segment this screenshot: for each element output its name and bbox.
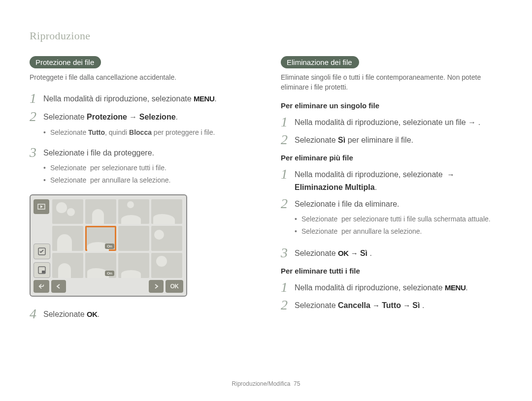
step-number: 4 [30, 307, 43, 322]
multi-step-1: 1 Nella modalità di riproduzione, selezi… [281, 167, 502, 193]
thumbnail [118, 226, 149, 251]
thumbnail [118, 199, 149, 224]
single-step-2: 2 Selezionate Sì per eliminare il file. [281, 132, 502, 148]
page-footer: Riproduzione/Modifica 75 [0, 380, 532, 387]
step-text: Nella modalità di riproduzione, selezion… [43, 94, 194, 103]
sub-heading-multi: Per eliminare più file [281, 154, 502, 162]
thumbnail [52, 199, 83, 224]
multi-step-3: 3 Selezionate OK → Sì . [281, 246, 502, 261]
bullet: Selezionate Tutto, quindi Blocca per pro… [43, 127, 251, 138]
thumbnail [151, 226, 182, 251]
single-step-1: 1 Nella modalità di riproduzione, selezi… [281, 115, 502, 130]
section-badge-delete: Eliminazione dei file [281, 56, 359, 68]
all-step-1: 1 Nella modalità di riproduzione, selezi… [281, 280, 502, 295]
thumbnail [118, 253, 149, 278]
section-desc-delete: Eliminate singoli file o tutti i file co… [281, 72, 502, 93]
on-badge: On [105, 271, 114, 276]
deselect-all-button [33, 262, 50, 278]
menu-icon: MENU [445, 283, 466, 292]
step-number: 1 [30, 91, 43, 106]
bullet: Selezionate per selezionare tutti i file… [295, 214, 502, 226]
bullet: Selezionate per annullare la selezione. [295, 226, 502, 239]
on-badge: On [105, 244, 114, 249]
sub-heading-all: Per eliminare tutti i file [281, 267, 502, 275]
step-2-bullets: Selezionate Tutto, quindi Blocca per pro… [43, 127, 251, 138]
thumbnail [85, 199, 116, 224]
sub-heading-single: Per eliminare un singolo file [281, 101, 502, 110]
next-button [149, 280, 164, 293]
prev-button [51, 280, 66, 293]
lcd-screenshot: On On OK [30, 194, 187, 297]
left-column: Protezione dei file Proteggete i file da… [30, 56, 251, 325]
step-4: 4 Selezionate OK. [30, 307, 251, 322]
select-all-button [33, 244, 50, 259]
multi-step-2-bullets: Selezionate per selezionare tutti i file… [295, 214, 502, 238]
multi-step-2: 2 Selezionate i file da eliminare. [281, 196, 502, 212]
step-1: 1 Nella modalità di riproduzione, selezi… [30, 91, 251, 106]
thumbnail [52, 253, 83, 278]
step-3: 3 Selezionate i file da proteggere. [30, 145, 251, 160]
ok-icon: OK [87, 310, 98, 318]
svg-rect-6 [42, 271, 45, 273]
thumbnail [151, 199, 182, 224]
all-step-2: 2 Selezionate Cancella → Tutto → Sì . [281, 298, 502, 313]
page-title: Riproduzione [30, 30, 502, 42]
thumbnail [151, 253, 182, 278]
ok-icon: OK [338, 249, 349, 257]
step-3-bullets: Selezionate per selezionare tutti i file… [43, 163, 251, 187]
thumbnail [52, 226, 83, 251]
thumbnail-selected: On [85, 226, 116, 251]
section-desc-protect: Proteggete i file dalla cancellazione ac… [30, 72, 251, 82]
section-badge-protect: Protezione dei file [30, 56, 101, 68]
play-mode-icon [33, 199, 49, 214]
ok-button: OK [166, 280, 183, 293]
bullet: Selezionate per selezionare tutti i file… [43, 163, 251, 175]
step-number: 2 [30, 109, 43, 124]
right-column: Eliminazione dei file Eliminate singoli … [281, 56, 502, 325]
bullet: Selezionate per annullare la selezione. [43, 175, 251, 187]
step-number: 3 [30, 145, 43, 160]
thumbnail: On [85, 253, 116, 278]
back-button [33, 280, 49, 293]
menu-icon: MENU [194, 94, 214, 103]
step-2: 2 Selezionate Protezione → Selezione. [30, 109, 251, 124]
